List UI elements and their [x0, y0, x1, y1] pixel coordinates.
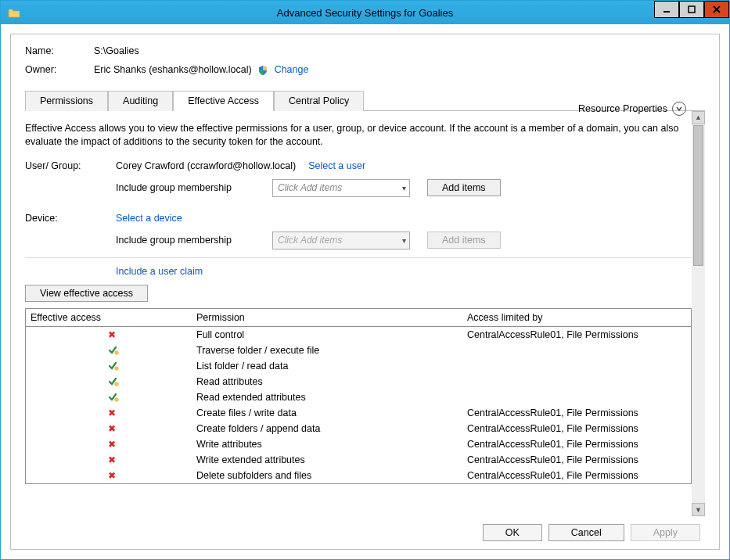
- body-area: Name: S:\Goalies Owner: Eric Shanks (esh…: [1, 24, 729, 559]
- permission-cell: Create folders / append data: [196, 423, 467, 434]
- table-row[interactable]: Create folders / append dataCentralAcces…: [26, 421, 691, 436]
- maximize-button[interactable]: [679, 1, 704, 18]
- tab-auditing[interactable]: Auditing: [108, 91, 173, 111]
- usergroup-value: Corey Crawford (ccrawford@hollow.local): [116, 160, 296, 171]
- dialog-footer: OK Cancel Apply: [25, 516, 705, 541]
- grid-body: Full controlCentralAccessRule01, File Pe…: [25, 327, 692, 484]
- close-button[interactable]: [704, 1, 729, 18]
- resource-properties: Resource Properties: [578, 102, 686, 116]
- content-scroll-wrap: Effective Access allows you to view the …: [25, 111, 705, 516]
- apply-button: Apply: [631, 524, 700, 541]
- tab-effective-access[interactable]: Effective Access: [173, 91, 274, 111]
- grid-header-limit: Access limited by: [467, 312, 686, 323]
- window-frame: Advanced Security Settings for Goalies N…: [0, 0, 730, 560]
- content-area: Effective Access allows you to view the …: [25, 111, 692, 516]
- table-row[interactable]: Create files / write dataCentralAccessRu…: [26, 405, 691, 421]
- svg-point-4: [115, 350, 119, 354]
- tab-permissions[interactable]: Permissions: [25, 91, 108, 111]
- table-row[interactable]: Write attributesCentralAccessRule01, Fil…: [26, 436, 691, 452]
- chevron-down-icon: ▾: [402, 236, 406, 245]
- deny-icon: [108, 329, 119, 340]
- grid-header: Effective access Permission Access limit…: [25, 308, 692, 327]
- window-buttons: [654, 1, 729, 18]
- cancel-button[interactable]: Cancel: [548, 524, 624, 541]
- device-include-label: Include group membership: [116, 235, 272, 246]
- table-row[interactable]: Read attributes: [26, 374, 691, 389]
- name-label: Name:: [25, 45, 94, 56]
- usergroup-label: User/ Group:: [25, 160, 116, 171]
- device-label: Device:: [25, 213, 116, 224]
- window-title: Advanced Security Settings for Goalies: [277, 7, 453, 19]
- deny-icon: [108, 470, 119, 481]
- deny-icon: [108, 454, 119, 465]
- select-user-link[interactable]: Select a user: [308, 160, 365, 171]
- grid-header-permission: Permission: [196, 312, 467, 323]
- include-user-claim-link[interactable]: Include a user claim: [116, 266, 203, 277]
- limited-by-cell: CentralAccessRule01, File Permissions: [467, 454, 686, 465]
- usergroup-membership-dropdown[interactable]: Click Add items ▾: [272, 179, 410, 197]
- limited-by-cell: CentralAccessRule01, File Permissions: [467, 439, 686, 450]
- usergroup-row: User/ Group: Corey Crawford (ccrawford@h…: [25, 160, 692, 171]
- device-membership-row: Include group membership Click Add items…: [25, 232, 692, 249]
- owner-value: Eric Shanks (eshanks@hollow.local) Chang…: [94, 64, 308, 76]
- allow-icon: [107, 392, 120, 403]
- add-items-button[interactable]: Add items: [427, 179, 501, 196]
- permission-cell: Traverse folder / execute file: [196, 345, 467, 356]
- scroll-up-arrow[interactable]: ▲: [692, 111, 705, 124]
- main-panel: Name: S:\Goalies Owner: Eric Shanks (esh…: [10, 34, 720, 550]
- chevron-down-icon[interactable]: [672, 102, 686, 116]
- svg-rect-1: [689, 6, 695, 13]
- tab-central-policy[interactable]: Central Policy: [274, 91, 364, 111]
- table-row[interactable]: Write extended attributesCentralAccessRu…: [26, 452, 691, 468]
- name-row: Name: S:\Goalies: [25, 45, 705, 56]
- permission-cell: Read attributes: [196, 376, 467, 387]
- claim-row: Include a user claim: [25, 266, 692, 277]
- ok-button[interactable]: OK: [483, 524, 542, 541]
- usergroup-membership-row: Include group membership Click Add items…: [25, 179, 692, 197]
- table-row[interactable]: Full controlCentralAccessRule01, File Pe…: [26, 327, 691, 343]
- vertical-scrollbar[interactable]: ▲ ▼: [692, 111, 705, 516]
- device-membership-dropdown: Click Add items ▾: [272, 232, 410, 249]
- scroll-thumb[interactable]: [693, 125, 703, 266]
- table-row[interactable]: List folder / read data: [26, 358, 691, 374]
- deny-icon: [108, 423, 119, 434]
- svg-point-6: [115, 382, 119, 386]
- limited-by-cell: CentralAccessRule01, File Permissions: [467, 329, 686, 340]
- permission-cell: Create files / write data: [196, 407, 467, 418]
- allow-icon: [107, 361, 120, 372]
- add-items-button-disabled: Add items: [427, 232, 501, 249]
- usergroup-include-label: Include group membership: [116, 182, 272, 193]
- permission-cell: Write extended attributes: [196, 454, 467, 465]
- grid-header-effective: Effective access: [31, 312, 196, 323]
- svg-point-5: [115, 366, 119, 370]
- owner-text: Eric Shanks (eshanks@hollow.local): [94, 64, 252, 75]
- minimize-button[interactable]: [654, 1, 679, 18]
- svg-point-7: [115, 397, 119, 401]
- allow-icon: [107, 376, 120, 387]
- table-row[interactable]: Delete subfolders and filesCentralAccess…: [26, 468, 691, 483]
- separator: [25, 257, 692, 258]
- table-row[interactable]: Traverse folder / execute file: [26, 343, 691, 358]
- scroll-down-arrow[interactable]: ▼: [692, 503, 705, 516]
- folder-icon: [1, 7, 23, 18]
- view-effective-access-button[interactable]: View effective access: [25, 285, 148, 302]
- permission-cell: Delete subfolders and files: [196, 470, 467, 481]
- title-bar: Advanced Security Settings for Goalies: [1, 1, 729, 24]
- resource-properties-label: Resource Properties: [578, 103, 667, 114]
- limited-by-cell: CentralAccessRule01, File Permissions: [467, 470, 686, 481]
- permission-cell: Read extended attributes: [196, 392, 467, 403]
- limited-by-cell: CentralAccessRule01, File Permissions: [467, 423, 686, 434]
- owner-label: Owner:: [25, 64, 94, 75]
- name-value: S:\Goalies: [94, 45, 139, 56]
- owner-row: Owner: Eric Shanks (eshanks@hollow.local…: [25, 64, 705, 76]
- limited-by-cell: CentralAccessRule01, File Permissions: [467, 407, 686, 418]
- allow-icon: [107, 345, 120, 356]
- change-owner-link[interactable]: Change: [275, 64, 309, 75]
- permission-cell: List folder / read data: [196, 361, 467, 372]
- table-row[interactable]: Read extended attributes: [26, 389, 691, 405]
- device-row: Device: Select a device: [25, 213, 692, 224]
- permission-cell: Write attributes: [196, 439, 467, 450]
- select-device-link[interactable]: Select a device: [116, 213, 182, 224]
- dropdown-placeholder: Click Add items: [278, 235, 342, 246]
- permission-cell: Full control: [196, 329, 467, 340]
